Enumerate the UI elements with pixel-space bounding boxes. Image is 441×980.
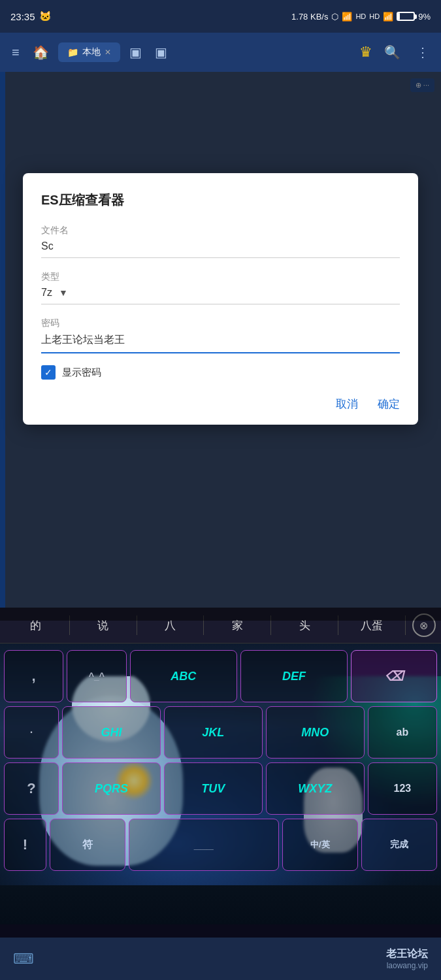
type-label: 类型 [41,271,400,283]
key-symbol[interactable]: 符 [50,819,125,871]
key-row-1: , ^_^ ABC DEF ⌫ [4,650,437,702]
show-password-checkbox[interactable]: ✓ [41,365,56,380]
tab-file-icon: 📁 [67,47,78,57]
compress-dialog: ES压缩查看器 文件名 Sc 类型 7z ▼ 密码 上老王论坛当老王 ✓ 显示密… [23,173,418,425]
brand-name: 老王论坛 [386,947,428,961]
status-emoji: 🐱 [39,10,52,22]
type-value: 7z [41,287,52,299]
keyboard-toggle-icon[interactable]: ⌨ [13,951,34,968]
key-row-2: · GHI JKL MNO ab [4,706,437,759]
crown-icon[interactable]: ♛ [359,44,372,61]
signal-icon: 📶 [342,12,352,22]
key-pqrs[interactable]: PQRS [62,762,161,815]
key-123[interactable]: 123 [368,762,437,815]
key-ghi[interactable]: GHI [62,706,161,759]
tab-label: 本地 [82,46,101,58]
file-browser-bg: ⊕ ··· ES压缩查看器 文件名 Sc 类型 7z ▼ 密码 上老王论坛当老王… [0,72,441,621]
key-comma[interactable]: , [4,650,63,702]
show-password-row[interactable]: ✓ 显示密码 [41,365,400,380]
show-password-label: 显示密码 [62,367,101,379]
nav-file-icon[interactable]: ▣ [125,41,146,64]
key-ab[interactable]: ab [368,706,437,759]
key-exclaim[interactable]: ! [4,819,46,871]
home-icon[interactable]: 🏠 [29,41,53,64]
password-label: 密码 [41,318,400,329]
more-icon[interactable]: ⋮ [412,41,433,64]
nav-file2-icon[interactable]: ▣ [151,41,171,64]
keyboard-keys: , ^_^ ABC DEF ⌫ · GHI JKL MNO ab ? PQRS … [0,644,441,924]
filename-label: 文件名 [41,225,400,237]
cancel-button[interactable]: 取消 [336,397,358,412]
menu-icon[interactable]: ≡ [8,41,24,64]
key-lang[interactable]: 中/英 [282,819,358,871]
keyboard-area: 的 说 八 家 头 八蛋 ⊗ , ^_^ ABC [0,608,441,980]
key-row-4: ! 符 ___ 中/英 完成 [4,819,437,871]
dropdown-arrow-icon[interactable]: ▼ [59,287,68,298]
dialog-title: ES压缩查看器 [41,191,400,209]
battery-percent: 9% [418,12,431,22]
status-bar: 23:35 🐱 1.78 KB/s ⬡ 📶 HD HD 📶 9% [0,0,441,33]
key-row-3: ? PQRS TUV WXYZ 123 [4,762,437,815]
key-question[interactable]: ? [4,762,59,815]
hd2-icon: HD [369,12,380,20]
confirm-button[interactable]: 确定 [378,397,400,412]
dialog-buttons: 取消 确定 [41,393,400,412]
brand-url: laowang.vip [386,961,428,970]
keyboard-rows-container: , ^_^ ABC DEF ⌫ · GHI JKL MNO ab ? PQRS … [0,644,441,875]
key-abc[interactable]: ABC [130,650,237,702]
type-row[interactable]: 7z ▼ [41,287,400,304]
status-time: 23:35 [10,11,35,22]
key-done[interactable]: 完成 [361,819,437,871]
key-backspace[interactable]: ⌫ [351,650,437,702]
network-speed: 1.78 KB/s [291,12,328,22]
key-dot[interactable]: · [4,706,59,759]
nav-tab-local[interactable]: 📁 本地 ✕ [58,42,120,62]
wifi-icon: 📶 [383,12,393,22]
key-wxyz[interactable]: WXYZ [266,762,365,815]
filename-value[interactable]: Sc [41,240,400,258]
key-face[interactable]: ^_^ [67,650,126,702]
brand-info: 老王论坛 laowang.vip [386,947,428,970]
key-jkl[interactable]: JKL [164,706,263,759]
hd-icon: HD [355,12,366,20]
top-nav: ≡ 🏠 📁 本地 ✕ ▣ ▣ ♛ 🔍 ⋮ [0,33,441,72]
password-value[interactable]: 上老王论坛当老王 [41,333,400,353]
key-tuv[interactable]: TUV [164,762,263,815]
bottom-nav: ⌨ 老王论坛 laowang.vip [0,938,441,980]
tab-close-icon[interactable]: ✕ [105,48,111,57]
backspace-icon: ⌫ [385,668,403,684]
key-mno[interactable]: MNO [266,706,365,759]
key-def[interactable]: DEF [240,650,348,702]
key-space[interactable]: ___ [129,819,279,871]
search-icon[interactable]: 🔍 [380,41,404,64]
battery-indicator [397,12,415,21]
bluetooth-icon: ⬡ [331,12,338,22]
